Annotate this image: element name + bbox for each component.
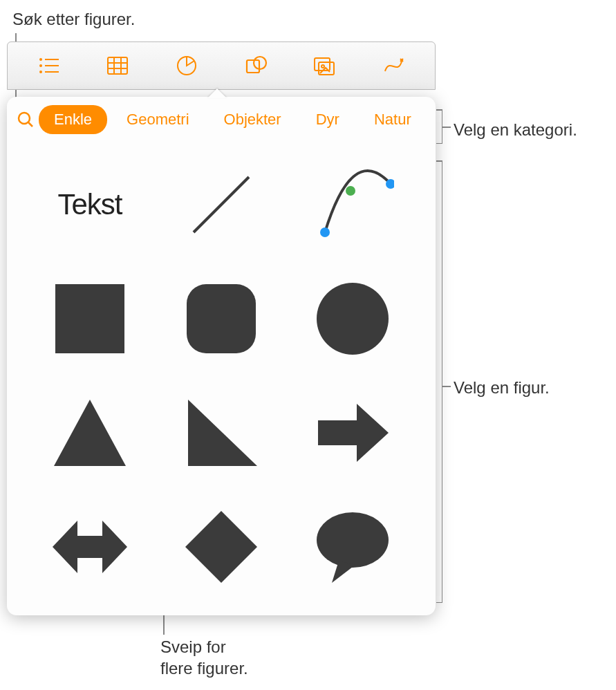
svg-marker-30 xyxy=(188,400,257,466)
svg-marker-29 xyxy=(54,400,126,466)
category-geometri[interactable]: Geometri xyxy=(111,105,204,134)
text-shape[interactable]: Tekst xyxy=(28,151,152,258)
popover-pointer xyxy=(207,88,227,98)
rounded-square-shape[interactable] xyxy=(159,265,283,372)
circle-shape[interactable] xyxy=(290,265,415,372)
search-icon[interactable] xyxy=(17,108,35,131)
shapes-popover: Enkle Geometri Objekter Dyr Natur Tekst xyxy=(7,97,436,615)
list-icon[interactable] xyxy=(25,48,73,83)
svg-line-22 xyxy=(194,177,249,232)
svg-point-23 xyxy=(320,227,330,237)
category-bar: Enkle Geometri Objekter Dyr Natur xyxy=(7,97,436,144)
svg-marker-32 xyxy=(53,521,127,573)
svg-point-25 xyxy=(346,186,355,196)
svg-rect-26 xyxy=(55,284,124,353)
svg-point-4 xyxy=(39,71,42,73)
triangle-shape[interactable] xyxy=(28,379,152,486)
category-dyr[interactable]: Dyr xyxy=(301,105,355,134)
callout-shape: Velg en figur. xyxy=(454,377,550,398)
svg-marker-33 xyxy=(185,511,257,583)
svg-point-2 xyxy=(39,64,42,67)
svg-point-34 xyxy=(317,512,389,568)
callout-category: Velg en kategori. xyxy=(454,119,577,140)
callout-line xyxy=(442,386,451,387)
star-shape[interactable] xyxy=(290,607,415,615)
svg-point-20 xyxy=(19,113,30,124)
chart-icon[interactable] xyxy=(162,48,211,83)
svg-point-28 xyxy=(317,283,389,355)
square-shape[interactable] xyxy=(28,265,152,372)
callout-line xyxy=(442,127,451,128)
callout-search: Søk etter figurer. xyxy=(12,8,135,30)
draw-icon[interactable] xyxy=(369,48,418,83)
svg-marker-31 xyxy=(318,404,389,462)
svg-point-0 xyxy=(39,58,42,61)
line-shape[interactable] xyxy=(159,151,283,258)
svg-rect-6 xyxy=(108,57,127,74)
callout-shape[interactable] xyxy=(28,607,152,615)
double-arrow-shape[interactable] xyxy=(28,493,152,600)
svg-line-21 xyxy=(28,122,32,127)
shapes-grid[interactable]: Tekst xyxy=(7,144,436,615)
shapes-icon[interactable] xyxy=(232,48,280,83)
category-objekter[interactable]: Objekter xyxy=(209,105,297,134)
toolbar xyxy=(7,41,436,90)
category-natur[interactable]: Natur xyxy=(359,105,427,134)
callout-bracket xyxy=(437,160,442,603)
callout-swipe: Sveip for flere figurer. xyxy=(160,636,248,679)
svg-point-16 xyxy=(321,65,324,68)
svg-rect-27 xyxy=(187,284,256,353)
pentagon-shape[interactable] xyxy=(159,607,283,615)
text-shape-label: Tekst xyxy=(57,188,122,221)
speech-bubble-shape[interactable] xyxy=(290,493,415,600)
table-icon[interactable] xyxy=(93,48,142,83)
category-enkle[interactable]: Enkle xyxy=(39,105,107,134)
diamond-shape[interactable] xyxy=(159,493,283,600)
arrow-right-shape[interactable] xyxy=(290,379,415,486)
callout-bracket xyxy=(437,109,442,144)
media-icon[interactable] xyxy=(300,48,348,83)
right-triangle-shape[interactable] xyxy=(159,379,283,486)
curve-shape[interactable] xyxy=(290,151,415,258)
